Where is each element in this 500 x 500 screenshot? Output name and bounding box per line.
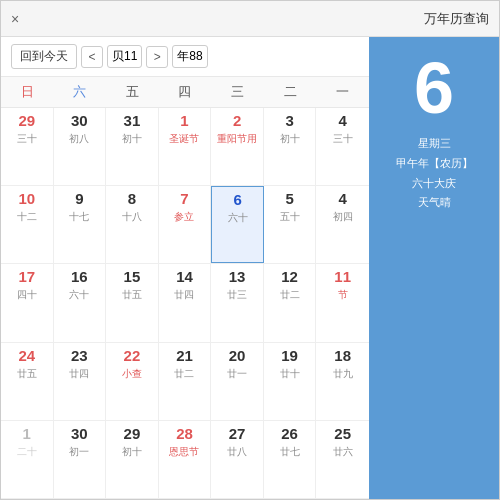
day-cell[interactable]: 10 十二 (1, 186, 54, 263)
day-cell[interactable]: 24 廿五 (1, 343, 54, 420)
calendar-label: 【农历】甲午年 (396, 154, 473, 174)
today-button[interactable]: 回到今天 (11, 44, 77, 69)
weekday-label: 星期三 (396, 134, 473, 154)
today-cell[interactable]: 6 六十 (211, 186, 264, 263)
lunar-day: 节 (338, 288, 348, 302)
lunar-day: 初十 (280, 132, 300, 146)
solar-day: 20 (229, 347, 246, 365)
day-cell[interactable]: 5 五十 (264, 186, 317, 263)
weekday-fri: 五 (106, 77, 159, 107)
day-cell[interactable]: 12 廿二 (264, 264, 317, 341)
lunar-day: 廿三 (227, 288, 247, 302)
weekday-sun: 日 (1, 77, 54, 107)
lunar-day: 廿九 (333, 367, 353, 381)
week-row-3: 17 四十 16 六十 15 廿五 14 廿四 (1, 264, 369, 342)
lunar-day: 廿四 (69, 367, 89, 381)
solar-day: 25 (334, 425, 351, 443)
day-cell[interactable]: 18 廿九 (316, 343, 369, 420)
day-cell[interactable]: 1 圣诞节 (159, 108, 212, 185)
lunar-day: 廿四 (174, 288, 194, 302)
weekday-mon: 一 (316, 77, 369, 107)
day-cell[interactable]: 25 廿六 (316, 421, 369, 498)
lunar-day: 恩思节 (169, 445, 199, 459)
header-nav: 回到今天 < 贝11 > 年88 (11, 44, 208, 69)
solar-day: 29 (18, 112, 35, 130)
solar-day: 27 (229, 425, 246, 443)
day-cell[interactable]: 17 四十 (1, 264, 54, 341)
right-panel: 回到今天 < 贝11 > 年88 日 六 五 四 三 二 一 (1, 37, 369, 499)
day-cell[interactable]: 20 廿一 (211, 343, 264, 420)
solar-day: 8 (128, 190, 136, 208)
lunar-day: 廿二 (174, 367, 194, 381)
weekday-sat: 六 (54, 77, 107, 107)
day-cell[interactable]: 30 初一 (54, 421, 107, 498)
solar-day: 7 (180, 190, 188, 208)
day-cell[interactable]: 31 初十 (106, 108, 159, 185)
day-cell[interactable]: 29 初十 (106, 421, 159, 498)
week-row-1: 29 三十 30 初八 31 初十 1 圣诞节 (1, 108, 369, 186)
lunar-day: 四十 (17, 288, 37, 302)
solar-day: 4 (339, 112, 347, 130)
solar-day: 11 (334, 268, 351, 286)
day-cell[interactable]: 15 廿五 (106, 264, 159, 341)
day-cell[interactable]: 2 重阳节用 (211, 108, 264, 185)
lunar-day: 初十 (122, 445, 142, 459)
lunar-day: 初四 (333, 210, 353, 224)
day-cell[interactable]: 21 廿二 (159, 343, 212, 420)
year-select[interactable]: 年88 (172, 45, 207, 68)
day-cell[interactable]: 4 三十 (316, 108, 369, 185)
left-panel: 6 星期三 【农历】甲午年 六十大庆 天气晴 (369, 37, 499, 499)
event-label: 六十大庆 (396, 174, 473, 194)
solar-day: 24 (18, 347, 35, 365)
day-cell[interactable]: 9 十七 (54, 186, 107, 263)
day-cell[interactable]: 4 初四 (316, 186, 369, 263)
solar-day: 5 (285, 190, 293, 208)
solar-day: 2 (233, 112, 241, 130)
close-button[interactable]: × (11, 11, 19, 27)
day-cell[interactable]: 8 十八 (106, 186, 159, 263)
prev-button[interactable]: < (81, 46, 103, 68)
lunar-day: 三十 (333, 132, 353, 146)
solar-day: 17 (18, 268, 35, 286)
weekday-wed: 三 (211, 77, 264, 107)
solar-day: 4 (339, 190, 347, 208)
day-cell[interactable]: 27 廿八 (211, 421, 264, 498)
calendar-header: 回到今天 < 贝11 > 年88 (1, 37, 369, 77)
main-window: × 万年历查询 6 星期三 【农历】甲午年 六十大庆 天气晴 回到今天 < 贝1… (0, 0, 500, 500)
lunar-day: 初八 (69, 132, 89, 146)
day-cell[interactable]: 7 参立 (159, 186, 212, 263)
solar-day: 26 (281, 425, 298, 443)
solar-day: 21 (176, 347, 193, 365)
week-row-4: 24 廿五 23 廿四 22 小查 21 廿二 (1, 343, 369, 421)
solar-day: 30 (71, 425, 88, 443)
lunar-day: 廿八 (227, 445, 247, 459)
solar-day: 22 (124, 347, 141, 365)
day-cell[interactable]: 29 三十 (1, 108, 54, 185)
weekday-header: 日 六 五 四 三 二 一 (1, 77, 369, 108)
day-cell[interactable]: 26 廿七 (264, 421, 317, 498)
day-cell[interactable]: 1 二十 (1, 421, 54, 498)
month-select[interactable]: 贝11 (107, 45, 142, 68)
solar-day: 6 (233, 191, 241, 209)
day-cell[interactable]: 11 节 (316, 264, 369, 341)
lunar-day: 廿七 (280, 445, 300, 459)
solar-day: 3 (285, 112, 293, 130)
current-day-number: 6 (414, 52, 454, 124)
day-cell[interactable]: 22 小查 (106, 343, 159, 420)
day-cell[interactable]: 30 初八 (54, 108, 107, 185)
day-cell[interactable]: 14 廿四 (159, 264, 212, 341)
lunar-day: 廿二 (280, 288, 300, 302)
lunar-day: 五十 (280, 210, 300, 224)
day-cell[interactable]: 13 廿三 (211, 264, 264, 341)
solar-day: 28 (176, 425, 193, 443)
day-cell[interactable]: 28 恩思节 (159, 421, 212, 498)
day-cell[interactable]: 16 六十 (54, 264, 107, 341)
window-title: 万年历查询 (424, 10, 489, 28)
solar-day: 16 (71, 268, 88, 286)
day-cell[interactable]: 3 初十 (264, 108, 317, 185)
lunar-day: 廿一 (227, 367, 247, 381)
next-button[interactable]: > (146, 46, 168, 68)
solar-day: 19 (281, 347, 298, 365)
day-cell[interactable]: 19 廿十 (264, 343, 317, 420)
day-cell[interactable]: 23 廿四 (54, 343, 107, 420)
